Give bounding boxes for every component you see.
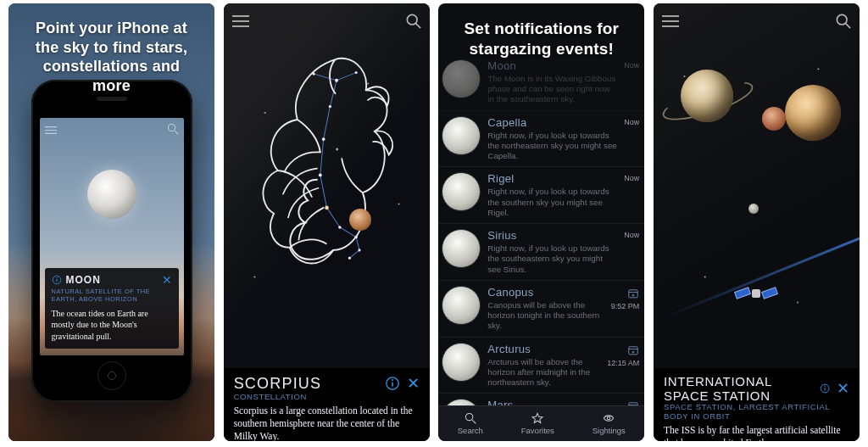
svg-line-53 bbox=[846, 24, 850, 28]
svg-point-16 bbox=[328, 105, 331, 108]
moon-object[interactable] bbox=[87, 170, 136, 219]
tab-favorites[interactable]: Favorites bbox=[521, 412, 554, 435]
caption-subtitle: CONSTELLATION bbox=[234, 392, 420, 401]
planet-mars[interactable] bbox=[762, 107, 786, 131]
object-subtitle: NATURAL SATELLITE OF THE EARTH, ABOVE HO… bbox=[52, 288, 172, 303]
tab-sightings-label: Sightings bbox=[593, 426, 626, 435]
svg-line-46 bbox=[472, 420, 476, 423]
object-name: Moon bbox=[487, 59, 617, 72]
sky-view[interactable] bbox=[654, 3, 860, 368]
svg-point-7 bbox=[56, 277, 57, 277]
svg-point-22 bbox=[358, 249, 360, 251]
svg-point-56 bbox=[824, 386, 825, 387]
object-detail: The Moon is in its Waxing Gibbous phase … bbox=[487, 74, 617, 105]
close-icon[interactable]: ✕ bbox=[837, 379, 849, 398]
svg-point-3 bbox=[168, 124, 175, 131]
menu-icon[interactable] bbox=[232, 15, 249, 31]
search-icon[interactable] bbox=[167, 123, 179, 138]
headline-1: Point your iPhone at the sky to find sta… bbox=[8, 19, 214, 95]
object-name: Sirius bbox=[487, 229, 617, 242]
screenshot-3: Set notifications for stargazing events!… bbox=[438, 3, 644, 441]
time-badge: Now bbox=[624, 118, 639, 126]
caption-description: The ISS is by far the largest artificial… bbox=[664, 424, 849, 441]
menu-icon[interactable] bbox=[45, 123, 57, 138]
svg-point-17 bbox=[321, 137, 325, 141]
svg-line-4 bbox=[175, 131, 178, 134]
svg-point-25 bbox=[354, 71, 357, 74]
close-icon[interactable]: ✕ bbox=[407, 374, 420, 393]
caption-title: INTERNATIONAL SPACE STATION bbox=[664, 374, 813, 403]
object-name: Rigel bbox=[487, 172, 617, 185]
list-item[interactable]: CanopusCanopus will be above the horizon… bbox=[438, 281, 644, 338]
tab-search-label: Search bbox=[458, 426, 483, 435]
info-icon[interactable] bbox=[52, 275, 62, 285]
planet-mercury[interactable] bbox=[748, 204, 759, 214]
menu-icon[interactable] bbox=[662, 15, 679, 31]
screenshot-1: Point your iPhone at the sky to find sta… bbox=[8, 3, 214, 441]
planet-venus[interactable] bbox=[785, 85, 841, 141]
object-thumbnail bbox=[442, 343, 481, 382]
svg-point-18 bbox=[319, 173, 322, 176]
sightings-list[interactable]: MoonThe Moon is in its Waxing Gibbous ph… bbox=[438, 54, 644, 405]
object-thumbnail bbox=[442, 59, 481, 98]
list-item[interactable]: SiriusRight now, if you look up towards … bbox=[438, 224, 644, 281]
caption-description: Scorpius is a large constellation locate… bbox=[234, 405, 420, 441]
search-icon[interactable] bbox=[406, 14, 421, 32]
constellation-scorpius[interactable] bbox=[239, 54, 415, 270]
object-detail: Canopus will be above the horizon tonigh… bbox=[487, 300, 604, 332]
object-detail: Right now, if you look up towards the no… bbox=[487, 131, 617, 162]
object-thumbnail bbox=[442, 286, 481, 325]
object-detail: Arcturus will be above the horizon after… bbox=[487, 357, 600, 388]
iss-trail bbox=[664, 233, 860, 318]
tab-bar: Search Favorites Sightings bbox=[438, 405, 644, 441]
caption-subtitle: SPACE STATION, LARGEST ARTIFICIAL BODY I… bbox=[664, 402, 849, 421]
info-icon[interactable] bbox=[820, 381, 830, 396]
list-item[interactable]: MoonThe Moon is in its Waxing Gibbous ph… bbox=[438, 54, 644, 111]
search-icon[interactable] bbox=[836, 14, 851, 32]
svg-marker-47 bbox=[532, 413, 542, 422]
caption-title: SCORPIUS bbox=[234, 375, 322, 393]
tab-sightings[interactable]: Sightings bbox=[593, 412, 626, 435]
time-badge: Now bbox=[624, 231, 639, 239]
close-icon[interactable]: ✕ bbox=[162, 273, 172, 287]
object-detail: Right now, if you look up towards the so… bbox=[487, 187, 617, 218]
object-thumbnail bbox=[442, 116, 481, 155]
phone-frame: MOON ✕ NATURAL SATELLITE OF THE EARTH, A… bbox=[31, 80, 192, 402]
svg-line-13 bbox=[314, 74, 337, 81]
time-badge: Now bbox=[624, 174, 639, 182]
caption-panel-4: INTERNATIONAL SPACE STATION ✕ SPACE STAT… bbox=[654, 368, 860, 441]
iss-object[interactable] bbox=[735, 283, 777, 304]
object-thumbnail bbox=[442, 172, 481, 211]
object-thumbnail bbox=[442, 229, 481, 268]
svg-line-14 bbox=[337, 73, 356, 81]
list-item[interactable]: CapellaRight now, if you look up towards… bbox=[438, 111, 644, 168]
tab-search[interactable]: Search bbox=[458, 412, 483, 435]
svg-point-45 bbox=[465, 413, 472, 420]
svg-rect-29 bbox=[629, 290, 638, 298]
time-badge: 12:15 AM bbox=[607, 359, 639, 367]
svg-line-12 bbox=[415, 24, 420, 28]
screenshot-4: INTERNATIONAL SPACE STATION ✕ SPACE STAT… bbox=[654, 3, 860, 441]
svg-point-15 bbox=[335, 79, 338, 82]
list-item[interactable]: ArcturusArcturus will be above the horiz… bbox=[438, 338, 644, 394]
home-button[interactable] bbox=[97, 361, 126, 390]
info-icon[interactable] bbox=[385, 376, 400, 391]
object-name: Arcturus bbox=[487, 343, 600, 355]
tab-favorites-label: Favorites bbox=[521, 426, 554, 435]
object-name: Mars bbox=[487, 399, 604, 405]
svg-point-19 bbox=[325, 206, 329, 210]
planet-saturn[interactable] bbox=[681, 70, 733, 122]
svg-point-28 bbox=[392, 379, 393, 381]
sky-view[interactable] bbox=[224, 3, 430, 368]
headline-3: Set notifications for stargazing events! bbox=[438, 19, 644, 59]
star-antares[interactable] bbox=[349, 209, 371, 231]
svg-point-11 bbox=[407, 14, 417, 25]
object-name: Capella bbox=[487, 116, 617, 129]
caption-panel-2: SCORPIUS ✕ CONSTELLATION Scorpius is a l… bbox=[224, 368, 430, 441]
phone-screen: MOON ✕ NATURAL SATELLITE OF THE EARTH, A… bbox=[40, 118, 184, 355]
svg-point-20 bbox=[338, 226, 341, 228]
svg-point-48 bbox=[608, 416, 611, 420]
list-item[interactable]: RigelRight now, if you look up towards t… bbox=[438, 167, 644, 224]
list-item[interactable]: MarsPlanet Mars will be above the horizo… bbox=[438, 394, 644, 405]
time-badge: Now bbox=[624, 61, 639, 70]
